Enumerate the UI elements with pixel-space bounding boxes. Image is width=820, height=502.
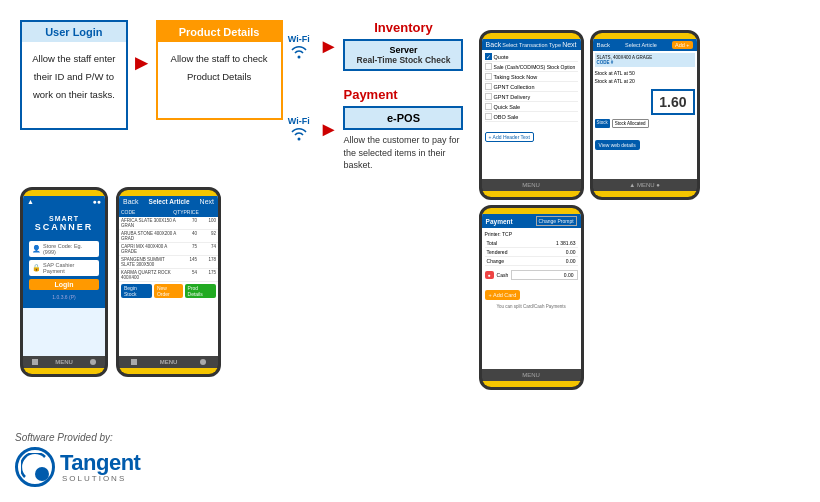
ss-user-input[interactable]: 👤 Store Code: Eg. (999) <box>29 241 99 257</box>
user-login-text: Allow the staff enter their ID and P/W t… <box>32 53 115 100</box>
yellow-stripe-bot-3 <box>482 191 581 197</box>
option-sale-text: Sale (Cash/COD/MOS) Stock Option <box>494 64 576 70</box>
epos-box: e-POS <box>343 106 463 130</box>
pay-total-label: Total <box>487 240 498 246</box>
st-title: Select Transaction Type <box>502 42 561 48</box>
transaction-screen: Back Select Transaction Type Next ✓ Quot… <box>482 39 581 179</box>
nav-menu-label-2: MENU <box>160 359 178 365</box>
sa-title: Select Article <box>149 198 190 205</box>
sa-back-btn[interactable]: Back <box>123 198 139 205</box>
checkbox-quote[interactable]: ✓ <box>485 53 492 60</box>
pay-tendered-value: 0.00 <box>566 249 576 255</box>
pay-add-card-btn[interactable]: + Add Card <box>485 283 578 301</box>
phone-payment: Payment Change Prompt Printer: TCP Total… <box>479 205 584 390</box>
product-details-box: Product Details Allow the staff to check… <box>156 20 283 120</box>
yellow-stripe-bot-5 <box>593 191 697 197</box>
logo-section: Software Provided by: Tangent Solutions <box>15 432 140 487</box>
view-web-details-btn[interactable]: View web details <box>595 133 695 151</box>
phone-transaction-type: Back Select Transaction Type Next ✓ Quot… <box>479 30 584 200</box>
inventory-stack: Inventory Server Real-Time Stock Check <box>343 20 463 73</box>
add-header-label: + Add Header Text <box>485 132 534 142</box>
sa2-header: Back Select Article Add + <box>593 39 697 51</box>
st-option-gpnt-col[interactable]: GPNT Collection <box>485 82 578 92</box>
wifi-icon-1 <box>288 44 310 60</box>
nav-menu-label-5: ▲ MENU ● <box>629 182 660 188</box>
server-label: Server <box>355 45 451 55</box>
server-box: Server Real-Time Stock Check <box>343 39 463 71</box>
yellow-stripe-bot-4 <box>482 381 581 387</box>
payment-row: Wi-Fi ► Payment e-POS Allow the customer… <box>288 87 469 172</box>
st-option-sale[interactable]: Sale (Cash/COD/MOS) Stock Option <box>485 62 578 72</box>
pay-change-label: Change <box>487 258 505 264</box>
pay-printer-row: Printer: TCP <box>485 231 578 237</box>
checkbox-taking[interactable] <box>485 73 492 80</box>
checkbox-quick[interactable] <box>485 103 492 110</box>
arrow-1: ► <box>131 50 153 76</box>
sa2-price: 1.60 <box>651 89 694 115</box>
pay-cash-label: Cash <box>497 272 509 278</box>
ss-user-field-text: Store Code: Eg. (999) <box>43 243 96 255</box>
diagram-section: User Login Allow the staff enter their I… <box>10 20 479 492</box>
st-option-obo[interactable]: OBO Sale <box>485 112 578 122</box>
user-login-box: User Login Allow the staff enter their I… <box>20 20 128 130</box>
tangent-solutions-label: Solutions <box>62 474 140 483</box>
pay-tendered-label: Tendered <box>487 249 508 255</box>
st-next-btn[interactable]: Next <box>562 41 576 48</box>
sa2-back-btn[interactable]: Back <box>597 42 610 48</box>
arrow-inventory: ► <box>319 35 339 58</box>
checkbox-gpnt-col[interactable] <box>485 83 492 90</box>
col-price: PRICE <box>184 209 199 215</box>
begin-stock-btn[interactable]: Begin Stock <box>121 284 152 298</box>
svg-point-0 <box>297 55 300 58</box>
lock-icon: 🔒 <box>32 264 41 272</box>
pay-tendered-row: Tendered 0.00 <box>485 248 578 257</box>
option-gpnt-del-text: GPNT Delivery <box>494 94 531 100</box>
payment-description: Allow the customer to pay for the select… <box>343 134 468 172</box>
stock-info: Stock Allocated <box>612 119 649 128</box>
option-taking-text: Taking Stock Now <box>494 74 538 80</box>
sa-table-header: CODE QTY PRICE <box>119 207 218 217</box>
ss-nav: MENU <box>23 356 105 368</box>
change-prompt-btn[interactable]: Change Prompt <box>536 216 577 226</box>
new-order-btn[interactable]: New Order <box>154 284 183 298</box>
st-header: Back Select Transaction Type Next <box>482 39 581 50</box>
option-gpnt-col-text: GPNT Collection <box>494 84 535 90</box>
tangent-arc-icon <box>21 453 49 481</box>
checkbox-sale[interactable] <box>485 63 492 70</box>
ss-login-btn[interactable]: Login <box>29 279 99 290</box>
tangent-text: Tangent Solutions <box>60 452 140 483</box>
table-row: AFRICA SLATE 300X150 A GRAN 70 100 <box>119 217 218 230</box>
checkbox-gpnt-del[interactable] <box>485 93 492 100</box>
option-quote-text: Quote <box>494 54 509 60</box>
phone-smart-scanner: ▲ ●● SMART SCANNER 👤 Store Code: Eg. (99… <box>20 187 108 377</box>
view-web-details-label: View web details <box>595 140 640 150</box>
svg-point-2 <box>38 470 48 480</box>
nav-home <box>90 359 96 365</box>
ss-version: 1.0.3.6 (P) <box>29 294 99 300</box>
ss-title-smart: SMART <box>28 215 100 222</box>
pay-title: Payment <box>486 218 513 225</box>
sa2-nav: ▲ MENU ● <box>593 179 697 191</box>
sa-next-btn[interactable]: Next <box>200 198 214 205</box>
st-option-taking[interactable]: Taking Stock Now <box>485 72 578 82</box>
inventory-title: Inventory <box>374 20 433 35</box>
st-back-btn[interactable]: Back <box>486 41 502 48</box>
nav-back <box>32 359 38 365</box>
add-header-text-btn[interactable]: + Add Header Text <box>485 125 578 143</box>
sa2-add-btn[interactable]: Add + <box>672 41 693 49</box>
prod-details-btn[interactable]: Prod Details <box>185 284 216 298</box>
ss-brand-area: SMART SCANNER <box>23 207 105 237</box>
checkbox-obo[interactable] <box>485 113 492 120</box>
user-icon: 👤 <box>32 245 41 253</box>
ss-pass-field-text: SAP Cashier Payment <box>43 262 96 274</box>
ss-pass-input[interactable]: 🔒 SAP Cashier Payment <box>29 260 99 276</box>
right-phones-stack-left: Back Select Transaction Type Next ✓ Quot… <box>479 30 584 390</box>
arrow-payment: ► <box>319 118 339 141</box>
st-option-quick[interactable]: Quick Sale <box>485 102 578 112</box>
st-option-quote[interactable]: ✓ Quote <box>485 52 578 62</box>
phones-left: ▲ ●● SMART SCANNER 👤 Store Code: Eg. (99… <box>20 187 221 377</box>
st-option-gpnt-del[interactable]: GPNT Delivery <box>485 92 578 102</box>
product-details-title: Product Details <box>158 22 281 42</box>
user-login-title: User Login <box>22 22 126 42</box>
sa2-title: Select Article <box>625 42 657 48</box>
